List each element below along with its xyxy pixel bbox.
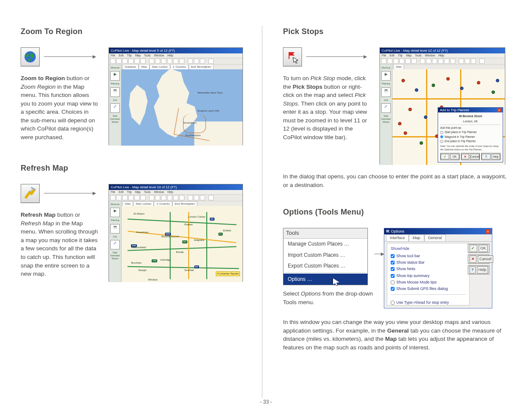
window-menubar: FileEditTripMapToolsWindowHelp [380,53,505,58]
cancel-button[interactable]: ✕Cancel [468,255,489,264]
right-column: Pick Stops To turn on Pic [283,26,511,398]
manual-page: Zoom To Region [0,0,532,411]
left-column: Zoom To Region [21,26,262,398]
refresh-map-section: Refresh Map [21,162,249,282]
pick-stops-icon [283,47,302,66]
window-toolbar [109,58,243,65]
arrow-icon [374,254,384,255]
checkbox-option[interactable]: Use Type-Ahead for stop entry [391,300,466,305]
cursor-icon [333,278,339,286]
refresh-map-copy: Refresh Map button or Refresh Map in the… [21,211,98,278]
app-sidebar: Shortcuts ▶ Planning ⬒ Live ⤢ Data Downl… [380,65,392,165]
options-caption: Select Options from the drop-down Tools … [283,290,373,306]
section-title: Refresh Map [21,162,249,174]
arrow-icon [306,56,367,57]
cancel-button[interactable]: ✕Cancel [461,153,480,160]
section-title: Zoom To Region [21,26,249,37]
window-menubar: FileEditTripMapToolsWindowHelp [109,190,243,195]
radio-start-place[interactable]: Start place in Trip Planner [440,130,501,134]
checkbox-option[interactable]: Show Mouse Mode tips [391,280,466,285]
options-section: Options (Tools Menu) Tools Manage Custom… [283,206,511,352]
app-sidebar: Shortcuts ▶ Planning ⬒ Live ⤢ Data Downl… [109,201,121,282]
pick-stops-copy2: In the dialog that opens, you can choose… [283,172,511,189]
add-to-trip-planner-dialog[interactable]: Add to Trip Planner× 46 Berwick Street L… [438,107,503,162]
arrow-icon [44,193,96,194]
arrow-icon [44,56,96,57]
radio-waypoint[interactable]: Waypoint in Trip Planner [440,135,501,139]
checkbox-option[interactable]: Show tool bar [391,253,466,259]
radio-end-place[interactable]: End place in Trip Planner [440,139,501,143]
zoom-to-region-section: Zoom To Region [21,26,249,145]
tools-dropdown-menu[interactable]: Tools Manage Custom Places … Import Cust… [283,228,368,285]
ok-button[interactable]: ✓OK [440,153,460,160]
menu-item-options[interactable]: Options … [283,274,367,285]
section-title: Pick Stops [283,26,511,37]
close-icon[interactable]: × [485,229,490,234]
window-toolbar [380,58,505,65]
options-copy: In this window you can change the way yo… [283,318,511,352]
page-number: - 33 - [0,399,532,406]
pick-stops-screenshot: CoPilot Live - Map detail level 12 of 12… [380,47,505,165]
window-titlebar: CoPilot Live - Map detail level 5 of 12 … [109,48,243,53]
help-button[interactable]: ?Help [468,265,489,274]
menu-item[interactable]: Manage Custom Places … [283,239,367,249]
app-sidebar: Shortcuts ▶ Planning ⬒ Live ⤢ Data Downl… [109,65,121,146]
options-tabs[interactable]: Interface Map General [384,234,492,242]
refresh-map-icon [21,184,40,203]
window-titlebar: CoPilot Live - Map detail level 10 of 12… [109,184,243,190]
window-titlebar: CoPilot Live - Map detail level 12 of 12… [380,48,505,53]
options-dialog[interactable]: 🛠 Options× Interface Map General Show/Hi… [384,228,492,308]
map-canvas: Guidance Atlas Start: London 1: Coventry… [121,65,243,146]
zoom-to-region-screenshot: CoPilot Live - Map detail level 5 of 12 … [109,47,243,145]
section-title: Options (Tools Menu) [283,206,511,218]
ok-button[interactable]: ✓OK [468,244,489,253]
pick-stops-copy: To turn on Pick Stop mode, click the Pic… [283,74,369,142]
map-canvas: Atlas Start: London 1: Coventry End: Bir… [121,201,243,282]
refresh-map-screenshot: CoPilot Live - Map detail level 10 of 12… [109,184,243,282]
zoom-to-region-icon [21,47,40,66]
menu-item[interactable]: Import Custom Places … [283,250,367,261]
help-button[interactable]: ?Help [481,153,501,160]
pick-stops-section: Pick Stops To turn on Pic [283,26,511,189]
checkbox-option[interactable]: Show Submit GPS files dialog [391,286,466,292]
window-toolbar [109,195,243,201]
checkbox-option[interactable]: Show trip summary [391,273,466,279]
menu-item[interactable]: Export Custom Places … [283,261,367,271]
window-menubar: FileEditTripMapToolsWindowHelp [109,53,243,58]
checkbox-option[interactable]: Show status Bar [391,260,466,265]
checkbox-option[interactable]: Show hints [391,266,466,272]
zoom-to-region-copy: Zoom to Region button or Zoom Region in … [21,74,98,142]
